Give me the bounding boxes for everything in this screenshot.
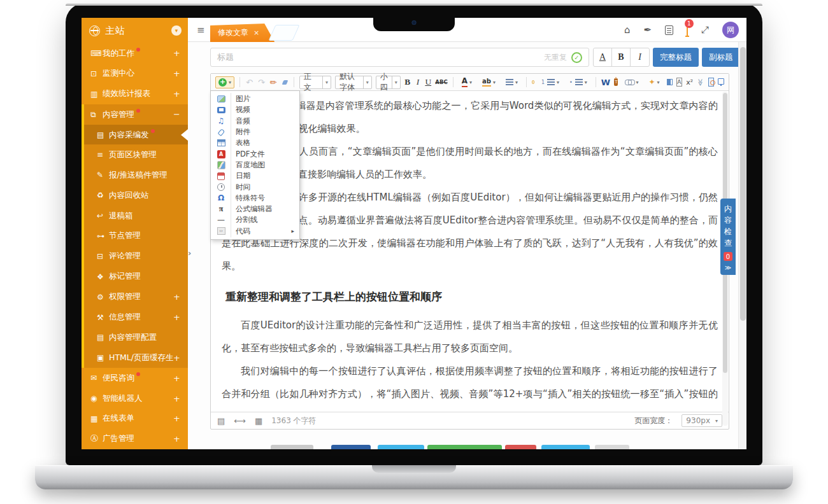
user-avatar[interactable]: 网 xyxy=(722,22,739,38)
more-tools-icon[interactable]: ≫ xyxy=(696,78,704,86)
sidebar-item-page-blocks[interactable]: ≡ 页面区块管理 xyxy=(84,144,188,165)
bold-button[interactable]: B xyxy=(404,77,411,87)
word-count-icon[interactable]: ▤ xyxy=(217,416,225,426)
font-family-select[interactable]: 默认字体 ▾ xyxy=(335,76,372,89)
menu-item-special-char[interactable]: Ω 特殊符号 xyxy=(211,193,299,204)
menu-item-audio[interactable]: ♫ 音频 xyxy=(211,116,299,127)
sidebar-item-comment-management[interactable]: ⊟ 评论管理 xyxy=(84,246,188,267)
menu-item-code[interactable]: ‹› 代码 ▸ xyxy=(211,226,299,237)
tab-edit-article[interactable]: 修改文章 × xyxy=(210,24,275,42)
action-button-clipped[interactable] xyxy=(541,445,590,449)
link-button[interactable]: ▾ xyxy=(622,78,641,87)
cms-app: 主站 ▾ ⌨ 我的工作 + ⊡ 监测中心 + ▥ xyxy=(82,18,746,449)
sidebar-item-html-cache[interactable]: ▣ HTML/页面缓存生成 + xyxy=(84,347,188,368)
page-scrollbar[interactable] xyxy=(738,42,746,449)
toolbar-separator xyxy=(596,77,596,87)
action-button-clipped[interactable] xyxy=(595,445,629,449)
layout-columns-icon[interactable] xyxy=(667,79,673,85)
sidebar-item-content-config[interactable]: ▤ 内容管理配置 xyxy=(84,327,188,347)
bell-icon[interactable]: 1 xyxy=(687,24,688,36)
expand-plus-icon: + xyxy=(173,292,180,302)
insert-button[interactable]: + ▾ xyxy=(215,76,234,88)
word-import-icon[interactable]: W xyxy=(601,78,610,87)
sidebar-item-my-work[interactable]: ⌨ 我的工作 + xyxy=(82,43,188,64)
sidebar-item-permission-management[interactable]: ⚙ 权限管理 + xyxy=(84,287,188,307)
magic-format-button[interactable]: ✦▾ xyxy=(646,76,663,88)
underline-button[interactable]: U xyxy=(425,77,431,87)
menu-item-divider[interactable]: — 分割线 xyxy=(211,214,299,225)
menu-item-image[interactable]: 图片 xyxy=(211,94,299,104)
indent-button[interactable] xyxy=(532,80,534,84)
format-brush-icon[interactable]: ✏ xyxy=(269,77,278,88)
ordered-list-button[interactable]: 1▾ xyxy=(538,77,562,87)
sidebar-item-content-management[interactable]: ⧉ 内容管理 − xyxy=(84,104,188,125)
menu-item-baidu-map[interactable]: 百度地图 xyxy=(211,160,299,171)
action-button-clipped[interactable] xyxy=(378,445,424,449)
sidebar-item-info-management[interactable]: ⚒ 信息管理 + xyxy=(84,307,188,328)
code-icon: ‹› xyxy=(217,227,225,235)
sidebar-item-monitoring-center[interactable]: ⊡ 监测中心 + xyxy=(82,64,188,84)
sidebar-item-tag-management[interactable]: ❖ 标记管理 xyxy=(84,267,188,287)
action-button-clipped[interactable] xyxy=(331,445,371,449)
font-size-value: 小四 xyxy=(380,71,388,93)
menu-item-pdf[interactable]: A PDF文件 xyxy=(211,148,299,159)
action-button-clipped[interactable] xyxy=(271,445,313,449)
sidebar-item-content-editing[interactable]: ▤ 内容采编发 xyxy=(84,125,188,145)
no-duplicate-label: 无重复 xyxy=(544,52,567,63)
undo-icon[interactable]: ↶ xyxy=(245,77,253,88)
paragraph-format-select[interactable]: 正文 ▾ xyxy=(299,76,331,89)
content-check-tab[interactable]: 内 容 检 查 0 ≫ xyxy=(720,199,736,275)
redo-icon[interactable]: ↷ xyxy=(257,77,266,88)
title-color-button[interactable]: A xyxy=(594,48,612,66)
page-scrollbar-thumb[interactable] xyxy=(740,47,746,321)
font-size-select[interactable]: 小四 ▾ xyxy=(376,76,401,89)
sidebar-collapse-handle[interactable]: › xyxy=(188,248,191,258)
page-width-icon[interactable]: ⟷ xyxy=(234,416,246,426)
sidebar-item-smart-robot[interactable]: ◉ 智能机器人 + xyxy=(82,388,188,409)
sidebar-item-performance-reports[interactable]: ▥ 绩效统计报表 + xyxy=(82,84,188,104)
menu-item-date[interactable]: 日期 xyxy=(211,171,299,181)
italic-button[interactable]: I xyxy=(415,77,421,87)
highlight-button[interactable]: ab▾ xyxy=(479,76,499,88)
title-bold-button[interactable]: B xyxy=(612,48,631,66)
clean-brush-icon[interactable]: ✒ xyxy=(643,24,652,36)
title-input[interactable]: 标题 无重复 ✓ xyxy=(210,48,589,67)
source-code-icon[interactable]: ▦ xyxy=(255,416,262,426)
superscript-button[interactable]: x² xyxy=(686,78,693,87)
sidebar-header[interactable]: 主站 ▾ xyxy=(82,18,188,43)
page-width-select[interactable]: 930px ▾ xyxy=(682,414,722,427)
full-title-button[interactable]: 完整标题 xyxy=(653,48,699,67)
action-button-clipped[interactable] xyxy=(427,445,502,449)
sidebar-item-rejected-box[interactable]: ↩ 退稿箱 xyxy=(84,206,188,226)
title-italic-button[interactable]: I xyxy=(631,48,649,66)
subtitle-button[interactable]: 副标题 xyxy=(702,48,740,67)
boxed-text-icon[interactable]: A xyxy=(676,78,683,87)
strikethrough-button[interactable]: ABC xyxy=(435,79,447,85)
menu-item-attachment[interactable]: 附件 xyxy=(211,127,299,137)
eraser-icon[interactable] xyxy=(282,80,288,85)
paste-text-icon[interactable]: T xyxy=(614,78,618,86)
sidebar-item-online-forms[interactable]: ▦ 在线表单 + xyxy=(82,409,188,429)
align-button[interactable]: ▾ xyxy=(503,77,521,87)
fullscreen-icon[interactable]: ⤢ xyxy=(701,24,709,36)
preview-icon[interactable] xyxy=(708,78,715,87)
font-color-button[interactable]: A▾ xyxy=(459,75,475,88)
audit-clipboard-icon[interactable] xyxy=(665,25,673,35)
home-icon[interactable]: ⌂ xyxy=(624,24,631,36)
fullscreen-editor-icon[interactable] xyxy=(718,78,724,85)
action-button-clipped[interactable] xyxy=(505,445,536,449)
menu-item-video[interactable]: 视频 xyxy=(211,104,299,115)
sidebar-item-recycle-bin[interactable]: ♻ 内容回收站 xyxy=(84,185,188,206)
unordered-list-button[interactable]: •▾ xyxy=(566,77,590,87)
close-icon[interactable]: × xyxy=(253,29,259,37)
chevron-down-icon[interactable]: ▾ xyxy=(171,25,182,36)
pdf-icon: A xyxy=(217,150,225,158)
sidebar-item-public-consultation[interactable]: ✉ 便民咨询 + xyxy=(82,368,188,388)
menu-item-time[interactable]: 时间 xyxy=(211,181,299,192)
sidebar-item-node-management[interactable]: ⊶ 节点管理 xyxy=(84,226,188,246)
sidebar-item-manuscript-push[interactable]: ✎ 报/推送稿件管理 xyxy=(84,165,188,185)
menu-item-formula[interactable]: π 公式编辑器 xyxy=(211,204,299,214)
sidebar-item-ad-management[interactable]: Ⓐ 广告管理 + xyxy=(82,429,188,449)
collapse-sidebar-icon[interactable]: ≡ xyxy=(197,24,205,36)
menu-item-table[interactable]: 表格 xyxy=(211,137,299,148)
